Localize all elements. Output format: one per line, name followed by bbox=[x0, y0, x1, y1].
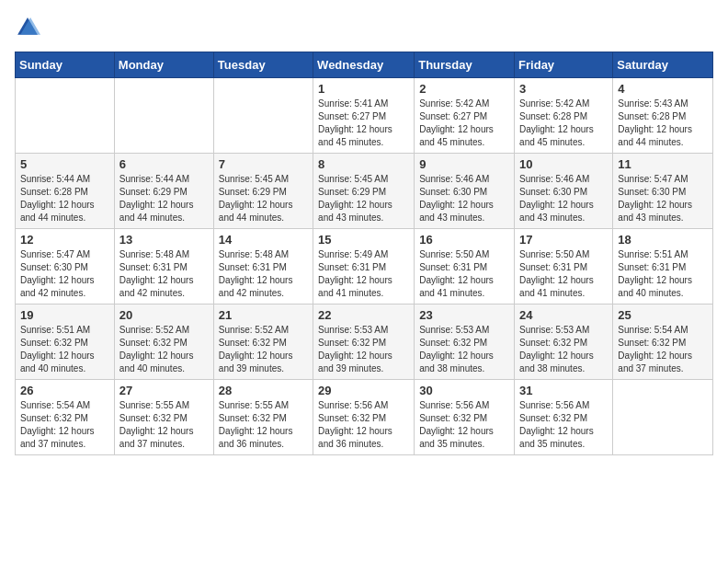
day-info: Sunrise: 5:50 AM Sunset: 6:31 PM Dayligh… bbox=[519, 248, 608, 300]
calendar-week-row: 5Sunrise: 5:44 AM Sunset: 6:28 PM Daylig… bbox=[16, 154, 713, 229]
day-info: Sunrise: 5:52 AM Sunset: 6:32 PM Dayligh… bbox=[219, 324, 308, 375]
calendar-cell: 9Sunrise: 5:46 AM Sunset: 6:30 PM Daylig… bbox=[415, 154, 515, 229]
day-number: 16 bbox=[419, 233, 509, 247]
page-header bbox=[15, 15, 713, 40]
day-info: Sunrise: 5:47 AM Sunset: 6:30 PM Dayligh… bbox=[618, 173, 708, 224]
day-info: Sunrise: 5:49 AM Sunset: 6:31 PM Dayligh… bbox=[318, 248, 409, 300]
day-info: Sunrise: 5:53 AM Sunset: 6:32 PM Dayligh… bbox=[318, 324, 409, 375]
calendar-cell: 30Sunrise: 5:56 AM Sunset: 6:32 PM Dayli… bbox=[415, 380, 515, 455]
calendar-cell: 18Sunrise: 5:51 AM Sunset: 6:31 PM Dayli… bbox=[613, 229, 713, 304]
day-info: Sunrise: 5:44 AM Sunset: 6:29 PM Dayligh… bbox=[119, 173, 209, 224]
day-header-tuesday: Tuesday bbox=[213, 52, 313, 78]
day-number: 11 bbox=[618, 157, 708, 171]
calendar-cell: 11Sunrise: 5:47 AM Sunset: 6:30 PM Dayli… bbox=[613, 154, 713, 229]
calendar-cell: 31Sunrise: 5:56 AM Sunset: 6:32 PM Dayli… bbox=[515, 380, 613, 455]
calendar-cell: 28Sunrise: 5:55 AM Sunset: 6:32 PM Dayli… bbox=[213, 380, 313, 455]
day-number: 7 bbox=[219, 157, 308, 171]
day-number: 1 bbox=[318, 82, 409, 96]
day-number: 22 bbox=[318, 308, 409, 322]
day-info: Sunrise: 5:42 AM Sunset: 6:28 PM Dayligh… bbox=[519, 98, 608, 149]
day-info: Sunrise: 5:42 AM Sunset: 6:27 PM Dayligh… bbox=[419, 98, 509, 149]
calendar-cell: 5Sunrise: 5:44 AM Sunset: 6:28 PM Daylig… bbox=[16, 154, 115, 229]
day-number: 10 bbox=[519, 157, 608, 171]
calendar-cell: 13Sunrise: 5:48 AM Sunset: 6:31 PM Dayli… bbox=[114, 229, 213, 304]
day-header-saturday: Saturday bbox=[613, 52, 713, 78]
day-number: 8 bbox=[318, 157, 409, 171]
day-number: 2 bbox=[419, 82, 509, 96]
day-info: Sunrise: 5:56 AM Sunset: 6:32 PM Dayligh… bbox=[519, 399, 608, 451]
calendar-cell: 27Sunrise: 5:55 AM Sunset: 6:32 PM Dayli… bbox=[114, 380, 213, 455]
day-number: 24 bbox=[519, 308, 608, 322]
day-info: Sunrise: 5:51 AM Sunset: 6:31 PM Dayligh… bbox=[618, 248, 708, 300]
day-info: Sunrise: 5:45 AM Sunset: 6:29 PM Dayligh… bbox=[318, 173, 409, 224]
calendar-cell: 16Sunrise: 5:50 AM Sunset: 6:31 PM Dayli… bbox=[415, 229, 515, 304]
logo-icon bbox=[15, 15, 40, 40]
day-header-thursday: Thursday bbox=[415, 52, 515, 78]
calendar-cell bbox=[114, 78, 213, 154]
day-number: 13 bbox=[119, 233, 209, 247]
day-number: 9 bbox=[419, 157, 509, 171]
calendar-header-row: SundayMondayTuesdayWednesdayThursdayFrid… bbox=[16, 52, 713, 78]
day-header-friday: Friday bbox=[515, 52, 613, 78]
day-info: Sunrise: 5:50 AM Sunset: 6:31 PM Dayligh… bbox=[419, 248, 509, 300]
day-number: 15 bbox=[318, 233, 409, 247]
calendar-cell: 2Sunrise: 5:42 AM Sunset: 6:27 PM Daylig… bbox=[415, 78, 515, 154]
calendar-cell bbox=[16, 78, 115, 154]
calendar-cell: 3Sunrise: 5:42 AM Sunset: 6:28 PM Daylig… bbox=[515, 78, 613, 154]
calendar-cell: 26Sunrise: 5:54 AM Sunset: 6:32 PM Dayli… bbox=[16, 380, 115, 455]
day-number: 21 bbox=[219, 308, 308, 322]
day-number: 14 bbox=[219, 233, 308, 247]
day-info: Sunrise: 5:48 AM Sunset: 6:31 PM Dayligh… bbox=[219, 248, 308, 300]
day-number: 27 bbox=[119, 384, 209, 397]
day-info: Sunrise: 5:41 AM Sunset: 6:27 PM Dayligh… bbox=[318, 98, 409, 149]
day-info: Sunrise: 5:43 AM Sunset: 6:28 PM Dayligh… bbox=[618, 98, 708, 149]
day-info: Sunrise: 5:56 AM Sunset: 6:32 PM Dayligh… bbox=[419, 399, 509, 451]
day-number: 18 bbox=[618, 233, 708, 247]
calendar-cell: 24Sunrise: 5:53 AM Sunset: 6:32 PM Dayli… bbox=[515, 304, 613, 380]
day-info: Sunrise: 5:46 AM Sunset: 6:30 PM Dayligh… bbox=[519, 173, 608, 224]
day-number: 25 bbox=[618, 308, 708, 322]
day-info: Sunrise: 5:56 AM Sunset: 6:32 PM Dayligh… bbox=[318, 399, 409, 451]
calendar-cell: 12Sunrise: 5:47 AM Sunset: 6:30 PM Dayli… bbox=[16, 229, 115, 304]
calendar-cell bbox=[213, 78, 313, 154]
day-number: 3 bbox=[519, 82, 608, 96]
calendar-cell: 19Sunrise: 5:51 AM Sunset: 6:32 PM Dayli… bbox=[16, 304, 115, 380]
calendar-cell: 10Sunrise: 5:46 AM Sunset: 6:30 PM Dayli… bbox=[515, 154, 613, 229]
calendar-table: SundayMondayTuesdayWednesdayThursdayFrid… bbox=[15, 52, 713, 455]
day-info: Sunrise: 5:52 AM Sunset: 6:32 PM Dayligh… bbox=[119, 324, 209, 375]
day-number: 17 bbox=[519, 233, 608, 247]
day-number: 20 bbox=[119, 308, 209, 322]
calendar-cell: 23Sunrise: 5:53 AM Sunset: 6:32 PM Dayli… bbox=[415, 304, 515, 380]
day-number: 31 bbox=[519, 384, 608, 397]
day-info: Sunrise: 5:55 AM Sunset: 6:32 PM Dayligh… bbox=[219, 399, 308, 451]
day-info: Sunrise: 5:54 AM Sunset: 6:32 PM Dayligh… bbox=[20, 399, 109, 451]
day-info: Sunrise: 5:53 AM Sunset: 6:32 PM Dayligh… bbox=[419, 324, 509, 375]
calendar-cell: 14Sunrise: 5:48 AM Sunset: 6:31 PM Dayli… bbox=[213, 229, 313, 304]
day-number: 29 bbox=[318, 384, 409, 397]
day-info: Sunrise: 5:53 AM Sunset: 6:32 PM Dayligh… bbox=[519, 324, 608, 375]
calendar-week-row: 26Sunrise: 5:54 AM Sunset: 6:32 PM Dayli… bbox=[16, 380, 713, 455]
calendar-cell: 15Sunrise: 5:49 AM Sunset: 6:31 PM Dayli… bbox=[313, 229, 415, 304]
day-info: Sunrise: 5:51 AM Sunset: 6:32 PM Dayligh… bbox=[20, 324, 109, 375]
day-info: Sunrise: 5:55 AM Sunset: 6:32 PM Dayligh… bbox=[119, 399, 209, 451]
day-header-monday: Monday bbox=[114, 52, 213, 78]
day-number: 12 bbox=[20, 233, 109, 247]
day-number: 23 bbox=[419, 308, 509, 322]
calendar-cell bbox=[613, 380, 713, 455]
calendar-cell: 6Sunrise: 5:44 AM Sunset: 6:29 PM Daylig… bbox=[114, 154, 213, 229]
calendar-cell: 1Sunrise: 5:41 AM Sunset: 6:27 PM Daylig… bbox=[313, 78, 415, 154]
calendar-week-row: 19Sunrise: 5:51 AM Sunset: 6:32 PM Dayli… bbox=[16, 304, 713, 380]
day-number: 26 bbox=[20, 384, 109, 397]
day-number: 5 bbox=[20, 157, 109, 171]
day-info: Sunrise: 5:47 AM Sunset: 6:30 PM Dayligh… bbox=[20, 248, 109, 300]
calendar-cell: 8Sunrise: 5:45 AM Sunset: 6:29 PM Daylig… bbox=[313, 154, 415, 229]
day-info: Sunrise: 5:45 AM Sunset: 6:29 PM Dayligh… bbox=[219, 173, 308, 224]
day-header-wednesday: Wednesday bbox=[313, 52, 415, 78]
day-info: Sunrise: 5:48 AM Sunset: 6:31 PM Dayligh… bbox=[119, 248, 209, 300]
calendar-cell: 25Sunrise: 5:54 AM Sunset: 6:32 PM Dayli… bbox=[613, 304, 713, 380]
calendar-cell: 21Sunrise: 5:52 AM Sunset: 6:32 PM Dayli… bbox=[213, 304, 313, 380]
calendar-cell: 29Sunrise: 5:56 AM Sunset: 6:32 PM Dayli… bbox=[313, 380, 415, 455]
day-number: 6 bbox=[119, 157, 209, 171]
calendar-cell: 17Sunrise: 5:50 AM Sunset: 6:31 PM Dayli… bbox=[515, 229, 613, 304]
calendar-cell: 7Sunrise: 5:45 AM Sunset: 6:29 PM Daylig… bbox=[213, 154, 313, 229]
